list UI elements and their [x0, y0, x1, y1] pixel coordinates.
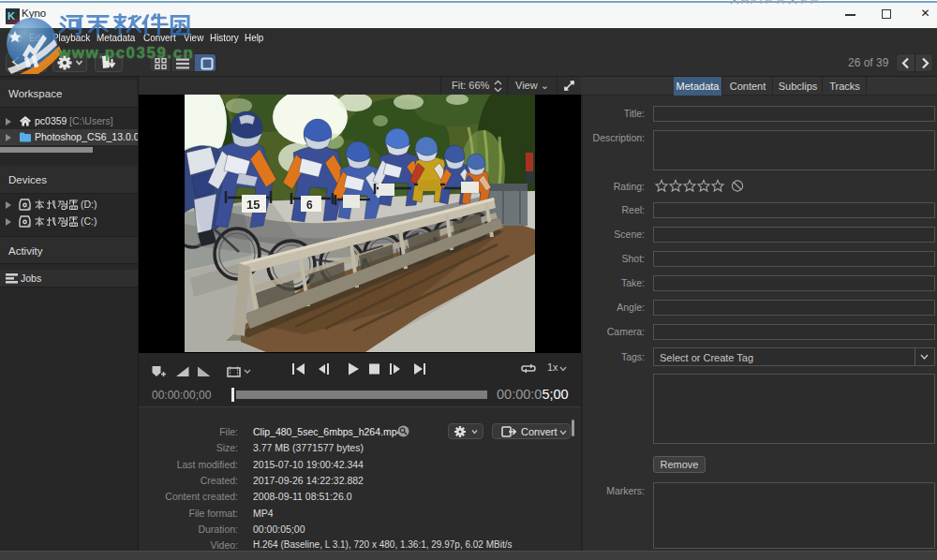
svg-text:15: 15 — [246, 198, 260, 212]
svg-text:6: 6 — [306, 199, 313, 212]
